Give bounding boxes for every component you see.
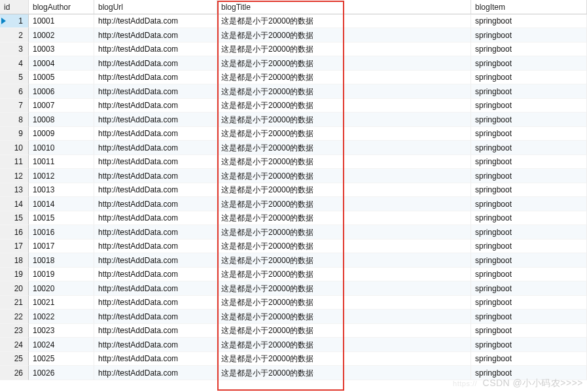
cell-blogItem[interactable]: springboot — [471, 183, 587, 198]
cell-blogAuthor[interactable]: 10014 — [29, 197, 94, 211]
cell-blogItem[interactable]: springboot — [471, 197, 587, 211]
cell-blogUrl[interactable]: http://testAddData.com — [94, 268, 217, 282]
cell-blogUrl[interactable]: http://testAddData.com — [94, 296, 217, 310]
cell-blogItem[interactable]: springboot — [471, 14, 587, 29]
cell-blogTitle[interactable]: 这是都是小于20000的数据 — [217, 141, 471, 155]
cell-blogTitle[interactable]: 这是都是小于20000的数据 — [217, 71, 471, 85]
cell-blogAuthor[interactable]: 10009 — [29, 127, 94, 141]
cell-id[interactable]: 15 — [0, 211, 29, 226]
cell-blogAuthor[interactable]: 10017 — [29, 240, 94, 254]
cell-blogUrl[interactable]: http://testAddData.com — [94, 240, 217, 254]
cell-blogAuthor[interactable]: 10002 — [29, 28, 94, 43]
cell-blogTitle[interactable]: 这是都是小于20000的数据 — [217, 366, 471, 380]
cell-blogTitle[interactable]: 这是都是小于20000的数据 — [217, 84, 471, 99]
cell-id[interactable]: 14 — [0, 197, 29, 211]
cell-blogItem[interactable]: springboot — [471, 352, 587, 366]
cell-blogTitle[interactable]: 这是都是小于20000的数据 — [217, 113, 471, 127]
cell-id[interactable]: 24 — [0, 338, 29, 352]
cell-id[interactable]: 12 — [0, 169, 29, 183]
cell-blogItem[interactable]: springboot — [471, 225, 587, 240]
cell-blogAuthor[interactable]: 10025 — [29, 352, 94, 366]
cell-blogUrl[interactable]: http://testAddData.com — [94, 99, 217, 113]
cell-blogUrl[interactable]: http://testAddData.com — [94, 56, 217, 71]
cell-blogUrl[interactable]: http://testAddData.com — [94, 71, 217, 85]
cell-blogItem[interactable]: springboot — [471, 113, 587, 127]
cell-blogTitle[interactable]: 这是都是小于20000的数据 — [217, 310, 471, 324]
col-header-blogAuthor[interactable]: blogAuthor — [29, 0, 94, 14]
cell-blogItem[interactable]: springboot — [471, 169, 587, 183]
cell-blogUrl[interactable]: http://testAddData.com — [94, 155, 217, 169]
cell-blogTitle[interactable]: 这是都是小于20000的数据 — [217, 14, 471, 29]
cell-id[interactable]: 18 — [0, 253, 29, 268]
cell-blogAuthor[interactable]: 10001 — [29, 14, 94, 29]
cell-blogTitle[interactable]: 这是都是小于20000的数据 — [217, 155, 471, 169]
cell-blogUrl[interactable]: http://testAddData.com — [94, 113, 217, 127]
cell-blogTitle[interactable]: 这是都是小于20000的数据 — [217, 28, 471, 43]
cell-blogTitle[interactable]: 这是都是小于20000的数据 — [217, 268, 471, 282]
cell-blogItem[interactable]: springboot — [471, 84, 587, 99]
cell-blogAuthor[interactable]: 10023 — [29, 324, 94, 338]
cell-blogAuthor[interactable]: 10005 — [29, 71, 94, 85]
cell-blogItem[interactable]: springboot — [471, 296, 587, 310]
cell-blogUrl[interactable]: http://testAddData.com — [94, 338, 217, 352]
cell-blogAuthor[interactable]: 10022 — [29, 310, 94, 324]
cell-id[interactable]: 22 — [0, 310, 29, 324]
cell-blogTitle[interactable]: 这是都是小于20000的数据 — [217, 197, 471, 211]
cell-id[interactable]: 8 — [0, 113, 29, 127]
cell-blogAuthor[interactable]: 10012 — [29, 169, 94, 183]
cell-id[interactable]: 16 — [0, 225, 29, 240]
cell-id[interactable]: 9 — [0, 127, 29, 141]
cell-id[interactable]: 21 — [0, 296, 29, 310]
cell-blogAuthor[interactable]: 10003 — [29, 43, 94, 57]
cell-blogTitle[interactable]: 这是都是小于20000的数据 — [217, 183, 471, 198]
cell-id[interactable]: 20 — [0, 281, 29, 296]
cell-blogAuthor[interactable]: 10024 — [29, 338, 94, 352]
cell-blogTitle[interactable]: 这是都是小于20000的数据 — [217, 281, 471, 296]
cell-blogAuthor[interactable]: 10019 — [29, 268, 94, 282]
cell-blogAuthor[interactable]: 10004 — [29, 56, 94, 71]
cell-blogUrl[interactable]: http://testAddData.com — [94, 281, 217, 296]
cell-blogUrl[interactable]: http://testAddData.com — [94, 28, 217, 43]
cell-blogUrl[interactable]: http://testAddData.com — [94, 366, 217, 380]
cell-blogUrl[interactable]: http://testAddData.com — [94, 43, 217, 57]
cell-blogTitle[interactable]: 这是都是小于20000的数据 — [217, 253, 471, 268]
cell-id[interactable]: 19 — [0, 268, 29, 282]
cell-id[interactable]: 3 — [0, 43, 29, 57]
cell-blogUrl[interactable]: http://testAddData.com — [94, 169, 217, 183]
cell-id[interactable]: 23 — [0, 324, 29, 338]
cell-blogAuthor[interactable]: 10007 — [29, 99, 94, 113]
cell-blogItem[interactable]: springboot — [471, 56, 587, 71]
cell-blogItem[interactable]: springboot — [471, 71, 587, 85]
cell-blogAuthor[interactable]: 10013 — [29, 183, 94, 198]
cell-blogItem[interactable]: springboot — [471, 338, 587, 352]
cell-id[interactable]: 10 — [0, 141, 29, 155]
cell-blogUrl[interactable]: http://testAddData.com — [94, 352, 217, 366]
cell-blogAuthor[interactable]: 10010 — [29, 141, 94, 155]
cell-blogItem[interactable]: springboot — [471, 240, 587, 254]
cell-blogTitle[interactable]: 这是都是小于20000的数据 — [217, 240, 471, 254]
cell-blogUrl[interactable]: http://testAddData.com — [94, 310, 217, 324]
col-header-blogTitle[interactable]: blogTitle — [217, 0, 471, 14]
cell-blogItem[interactable]: springboot — [471, 281, 587, 296]
cell-blogUrl[interactable]: http://testAddData.com — [94, 324, 217, 338]
cell-blogUrl[interactable]: http://testAddData.com — [94, 141, 217, 155]
cell-blogTitle[interactable]: 这是都是小于20000的数据 — [217, 169, 471, 183]
cell-blogAuthor[interactable]: 10008 — [29, 113, 94, 127]
cell-blogAuthor[interactable]: 10006 — [29, 84, 94, 99]
cell-blogTitle[interactable]: 这是都是小于20000的数据 — [217, 56, 471, 71]
cell-blogTitle[interactable]: 这是都是小于20000的数据 — [217, 296, 471, 310]
cell-blogAuthor[interactable]: 10011 — [29, 155, 94, 169]
cell-blogItem[interactable]: springboot — [471, 211, 587, 226]
cell-blogAuthor[interactable]: 10020 — [29, 281, 94, 296]
cell-blogUrl[interactable]: http://testAddData.com — [94, 14, 217, 29]
cell-blogUrl[interactable]: http://testAddData.com — [94, 253, 217, 268]
cell-blogItem[interactable]: springboot — [471, 141, 587, 155]
cell-blogUrl[interactable]: http://testAddData.com — [94, 225, 217, 240]
cell-blogItem[interactable]: springboot — [471, 43, 587, 57]
cell-blogItem[interactable]: springboot — [471, 324, 587, 338]
cell-id[interactable]: 13 — [0, 183, 29, 198]
cell-blogItem[interactable]: springboot — [471, 253, 587, 268]
cell-blogItem[interactable]: springboot — [471, 268, 587, 282]
cell-blogAuthor[interactable]: 10021 — [29, 296, 94, 310]
cell-blogTitle[interactable]: 这是都是小于20000的数据 — [217, 211, 471, 226]
